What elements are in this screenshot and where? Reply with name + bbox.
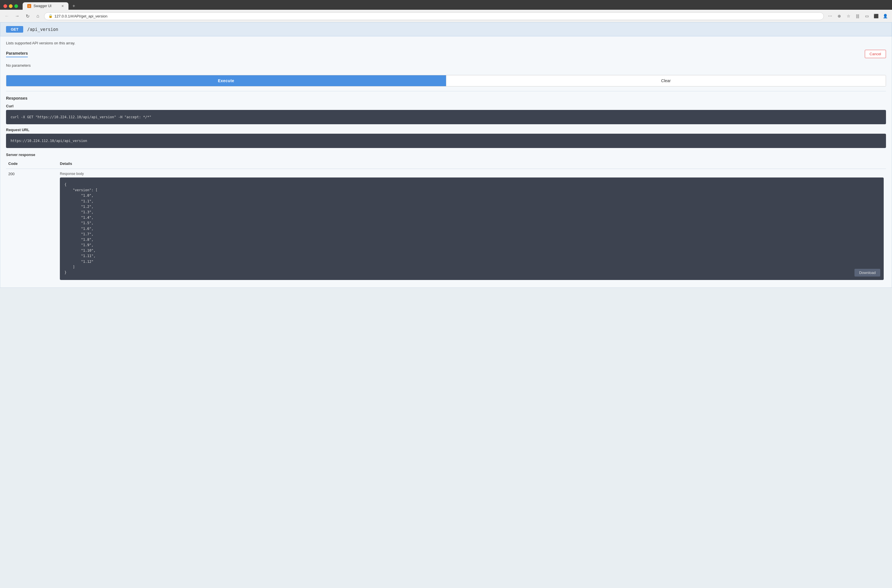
parameters-header: Parameters Cancel [6, 50, 886, 58]
request-url-label: Request URL [6, 128, 886, 132]
clear-button[interactable]: Clear [446, 75, 886, 86]
response-table: Code Details 200 Response body { "ve [6, 160, 886, 283]
tab-close-button[interactable]: ✕ [61, 4, 64, 8]
response-body-label: Response body [60, 172, 884, 176]
json-line-3: "1.0", [65, 193, 879, 198]
no-parameters-text: No parameters [6, 60, 886, 70]
response-details-cell: Response body { "version": [ "1.0", "1.1… [57, 169, 886, 283]
json-line-6: "1.3", [65, 210, 879, 215]
responses-section: Responses Curl curl -X GET "https://10.2… [6, 96, 886, 283]
responses-title: Responses [6, 96, 886, 100]
method-badge: GET [6, 26, 23, 33]
json-code-block: { "version": [ "1.0", "1.1", "1.2", "1.3… [60, 177, 884, 280]
execute-row: Execute Clear [6, 75, 886, 87]
json-line-14: "1.11", [65, 254, 879, 259]
json-line-2: "version": [ [65, 188, 879, 193]
lock-icon: 🔒 [48, 14, 53, 18]
json-line-5: "1.2", [65, 204, 879, 210]
response-code-cell: 200 [6, 169, 57, 283]
table-row: 200 Response body { "version": [ "1.0", … [6, 169, 886, 283]
divider [6, 91, 886, 92]
address-bar[interactable]: 🔒 127.0.0.1/#/API/get_api_version [44, 12, 824, 20]
json-line-10: "1.7", [65, 232, 879, 237]
execute-button[interactable]: Execute [6, 75, 446, 86]
tabs-bar: S Swagger UI ✕ + [3, 2, 889, 10]
bookmark-button[interactable]: ☆ [844, 12, 853, 20]
new-tab-button[interactable]: + [70, 2, 77, 10]
pocket-button[interactable]: ⊕ [835, 12, 843, 20]
curl-section: Curl curl -X GET "https://10.224.112.10/… [6, 104, 886, 124]
home-button[interactable]: ⌂ [34, 12, 42, 20]
browser-actions: ⋯ ⊕ ☆ ||| ▭ ⬛ 👤 [826, 12, 889, 20]
json-line-1: { [65, 182, 879, 188]
request-url-section: Request URL https://10.224.112.10/api/ap… [6, 128, 886, 148]
profile-button[interactable]: 👤 [881, 12, 889, 20]
details-column-header: Details [57, 160, 886, 169]
server-response-label: Server response [6, 153, 886, 157]
json-line-15: "1.12" [65, 259, 879, 264]
json-line-12: "1.9", [65, 243, 879, 248]
json-line-13: "1.10", [65, 248, 879, 254]
json-line-4: "1.1", [65, 199, 879, 204]
minimize-window-button[interactable] [9, 4, 13, 8]
curl-code-block: curl -X GET "https://10.224.112.10/api/a… [6, 110, 886, 124]
json-line-17: } [65, 270, 879, 275]
window-controls [3, 4, 18, 8]
parameters-title: Parameters [6, 51, 28, 57]
refresh-button[interactable]: ↻ [24, 12, 32, 20]
json-line-9: "1.6", [65, 226, 879, 232]
cancel-button[interactable]: Cancel [865, 50, 886, 58]
curl-label: Curl [6, 104, 886, 108]
browser-toolbar: ← → ↻ ⌂ 🔒 127.0.0.1/#/API/get_api_versio… [0, 10, 892, 22]
endpoint-description: Lists supported API versions on this arr… [6, 41, 886, 45]
address-text: 127.0.0.1/#/API/get_api_version [54, 14, 107, 18]
endpoint-body: Lists supported API versions on this arr… [0, 36, 892, 288]
endpoint-header: GET /api_version [0, 22, 892, 36]
server-response-section: Server response Code Details 200 Respons… [6, 153, 886, 283]
json-line-16: ] [65, 264, 879, 270]
active-tab[interactable]: S Swagger UI ✕ [23, 2, 68, 10]
tab-title: Swagger UI [33, 4, 51, 8]
json-line-8: "1.5", [65, 220, 879, 226]
json-line-11: "1.8", [65, 237, 879, 243]
request-url-text: https://10.224.112.10/api/api_version [11, 139, 87, 143]
back-button[interactable]: ← [3, 12, 11, 20]
json-line-7: "1.4", [65, 215, 879, 220]
extensions-button[interactable]: ⬛ [872, 12, 880, 20]
download-button[interactable]: Download [854, 269, 880, 276]
close-window-button[interactable] [3, 4, 7, 8]
page-content: GET /api_version Lists supported API ver… [0, 22, 892, 288]
request-url-code-block: https://10.224.112.10/api/api_version [6, 134, 886, 148]
forward-button[interactable]: → [13, 12, 21, 20]
bookmarks-list-button[interactable]: ||| [854, 12, 862, 20]
sidebar-button[interactable]: ▭ [863, 12, 871, 20]
curl-command-text: curl -X GET "https://10.224.112.10/api/a… [11, 115, 151, 119]
endpoint-path: /api_version [27, 27, 58, 32]
code-column-header: Code [6, 160, 57, 169]
maximize-window-button[interactable] [14, 4, 18, 8]
menu-button[interactable]: ⋯ [826, 12, 834, 20]
browser-chrome: S Swagger UI ✕ + [0, 0, 892, 10]
tab-favicon: S [27, 4, 31, 8]
